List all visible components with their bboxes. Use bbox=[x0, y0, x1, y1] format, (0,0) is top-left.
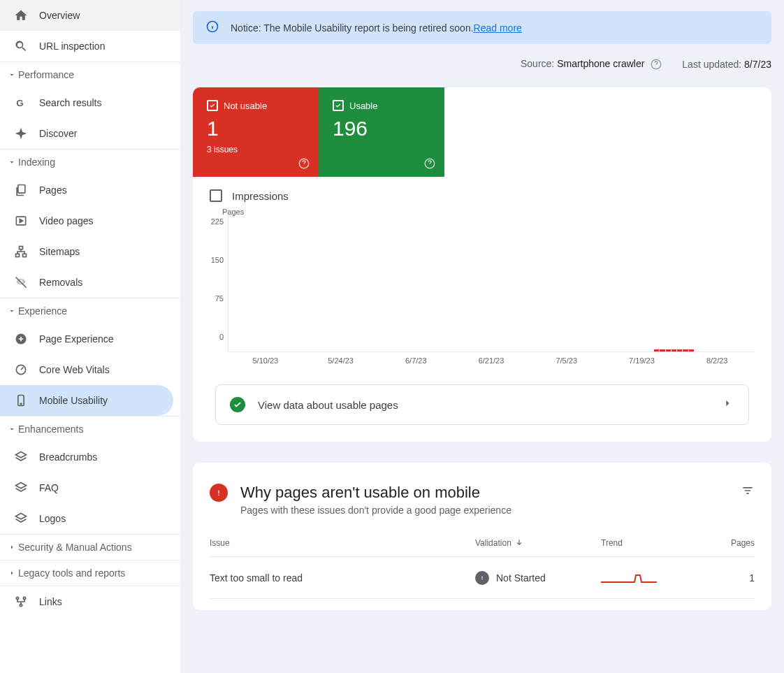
removals-icon bbox=[13, 274, 29, 291]
help-icon[interactable] bbox=[298, 157, 310, 170]
section-label: Performance bbox=[18, 69, 74, 80]
sidebar-label: Core Web Vitals bbox=[39, 364, 110, 375]
sidebar-item-sitemaps[interactable]: Sitemaps bbox=[0, 236, 180, 267]
section-label: Indexing bbox=[18, 157, 55, 168]
pages-icon bbox=[13, 182, 29, 198]
sidebar-label: Discover bbox=[39, 128, 77, 139]
sidebar-label: Page Experience bbox=[39, 333, 114, 345]
section-label: Enhancements bbox=[18, 424, 83, 435]
tile-label: Not usable bbox=[224, 101, 267, 111]
checkbox-icon bbox=[210, 189, 222, 202]
sidebar-label: Sitemaps bbox=[39, 246, 80, 257]
col-trend[interactable]: Trend bbox=[601, 538, 706, 548]
meta-row: Source: Smartphone crawler Last updated:… bbox=[193, 58, 771, 71]
table-header: Issue Validation Trend Pages bbox=[210, 516, 755, 557]
svg-rect-3 bbox=[20, 247, 23, 249]
sidebar: Overview URL inspection Performance G Se… bbox=[0, 0, 180, 673]
col-pages[interactable]: Pages bbox=[706, 538, 755, 548]
svg-rect-5 bbox=[23, 254, 27, 256]
layers-icon bbox=[13, 510, 29, 527]
notice-text: Notice: The Mobile Usability report is b… bbox=[231, 22, 474, 34]
chevron-right-icon bbox=[6, 543, 18, 551]
sidebar-label: Mobile Usability bbox=[39, 395, 108, 406]
svg-point-9 bbox=[20, 403, 22, 405]
google-icon: G bbox=[13, 94, 29, 111]
view-usable-pages-row[interactable]: View data about usable pages bbox=[215, 384, 749, 425]
main-content: Notice: The Mobile Usability report is b… bbox=[180, 0, 784, 673]
sidebar-section-legacy[interactable]: Legacy tools and reports bbox=[0, 560, 180, 586]
sidebar-item-links[interactable]: Links bbox=[0, 586, 180, 617]
view-usable-text: View data about usable pages bbox=[258, 399, 708, 411]
impressions-label: Impressions bbox=[232, 190, 289, 202]
help-icon[interactable] bbox=[423, 157, 436, 170]
notice-link[interactable]: Read more bbox=[474, 22, 522, 34]
home-icon bbox=[13, 7, 29, 24]
sidebar-item-discover[interactable]: Discover bbox=[0, 118, 180, 149]
sidebar-label: Video pages bbox=[39, 215, 94, 226]
sidebar-item-logos[interactable]: Logos bbox=[0, 503, 180, 534]
issues-subtitle: Pages with these issues don't provide a … bbox=[240, 505, 511, 516]
svg-point-12 bbox=[20, 604, 22, 606]
sidebar-section-performance[interactable]: Performance bbox=[0, 61, 180, 87]
trend-sparkline bbox=[601, 570, 706, 586]
svg-point-11 bbox=[23, 597, 25, 599]
tile-usable[interactable]: Usable 196 bbox=[319, 87, 444, 177]
sidebar-section-experience[interactable]: Experience bbox=[0, 298, 180, 324]
sidebar-item-search-results[interactable]: G Search results bbox=[0, 87, 180, 118]
chevron-down-icon bbox=[6, 158, 18, 166]
mobile-icon bbox=[13, 392, 29, 409]
sidebar-label: FAQ bbox=[39, 482, 59, 493]
sidebar-label: Pages bbox=[39, 184, 67, 196]
notice-banner: Notice: The Mobile Usability report is b… bbox=[193, 11, 771, 44]
sidebar-section-security[interactable]: Security & Manual Actions bbox=[0, 534, 180, 560]
issues-title: Why pages aren't usable on mobile bbox=[240, 484, 511, 502]
check-circle-icon bbox=[230, 397, 245, 412]
tile-sub: 3 issues bbox=[207, 145, 305, 154]
sidebar-label: Breadcrumbs bbox=[39, 451, 97, 463]
chevron-right-icon bbox=[6, 569, 18, 577]
sidebar-item-pages[interactable]: Pages bbox=[0, 175, 180, 205]
y-axis: 225150750 bbox=[207, 216, 228, 352]
chart: Pages 225150750 5/10/235/24/236/7/236/21… bbox=[193, 205, 771, 365]
validation-status: Not Started bbox=[496, 572, 546, 584]
sidebar-item-page-experience[interactable]: Page Experience bbox=[0, 324, 180, 354]
sidebar-item-overview[interactable]: Overview bbox=[0, 0, 180, 31]
sidebar-section-enhancements[interactable]: Enhancements bbox=[0, 416, 180, 442]
sidebar-label: Links bbox=[39, 596, 62, 607]
links-icon bbox=[13, 593, 29, 610]
checkbox-icon bbox=[207, 100, 218, 111]
section-label: Legacy tools and reports bbox=[18, 567, 125, 579]
sidebar-label: URL inspection bbox=[39, 41, 105, 52]
section-label: Experience bbox=[18, 305, 67, 317]
sidebar-item-breadcrumbs[interactable]: Breadcrumbs bbox=[0, 442, 180, 472]
arrow-down-icon bbox=[514, 538, 524, 548]
section-label: Security & Manual Actions bbox=[18, 542, 132, 553]
video-icon bbox=[13, 212, 29, 229]
svg-rect-4 bbox=[16, 254, 20, 256]
sidebar-item-video-pages[interactable]: Video pages bbox=[0, 205, 180, 236]
tile-value: 196 bbox=[333, 117, 430, 140]
sidebar-item-mobile-usability[interactable]: Mobile Usability bbox=[0, 385, 173, 416]
sidebar-item-core-web-vitals[interactable]: Core Web Vitals bbox=[0, 354, 180, 385]
sidebar-item-url-inspection[interactable]: URL inspection bbox=[0, 31, 180, 61]
sidebar-item-faq[interactable]: FAQ bbox=[0, 472, 180, 503]
svg-text:G: G bbox=[16, 98, 23, 108]
updated-label: Last updated: bbox=[682, 59, 744, 70]
filter-icon[interactable] bbox=[741, 484, 755, 500]
chevron-down-icon bbox=[6, 425, 18, 433]
sidebar-item-removals[interactable]: Removals bbox=[0, 267, 180, 298]
col-issue[interactable]: Issue bbox=[210, 538, 475, 548]
sidebar-section-indexing[interactable]: Indexing bbox=[0, 149, 180, 175]
sitemap-icon bbox=[13, 243, 29, 260]
help-icon[interactable] bbox=[650, 58, 662, 71]
impressions-toggle[interactable]: Impressions bbox=[193, 177, 771, 205]
pages-count: 1 bbox=[706, 572, 755, 584]
x-axis: 5/10/235/24/236/7/236/21/237/5/237/19/23… bbox=[207, 356, 755, 365]
tile-not-usable[interactable]: Not usable 1 3 issues bbox=[193, 87, 319, 177]
search-icon bbox=[13, 38, 29, 55]
col-validation[interactable]: Validation bbox=[475, 538, 601, 548]
table-row[interactable]: Text too small to read Not Started 1 bbox=[210, 557, 755, 599]
chevron-down-icon bbox=[6, 71, 18, 79]
checkbox-icon bbox=[333, 100, 344, 111]
speed-icon bbox=[13, 361, 29, 378]
